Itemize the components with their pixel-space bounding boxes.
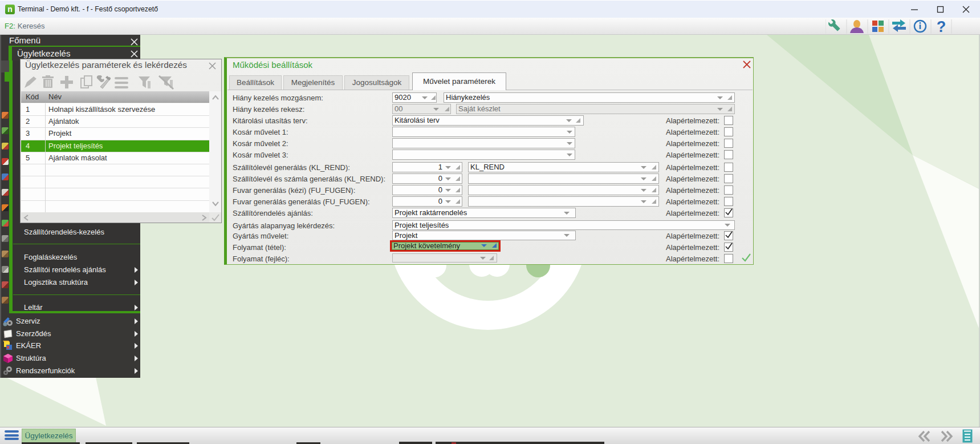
svg-text:?: ? xyxy=(937,19,946,34)
